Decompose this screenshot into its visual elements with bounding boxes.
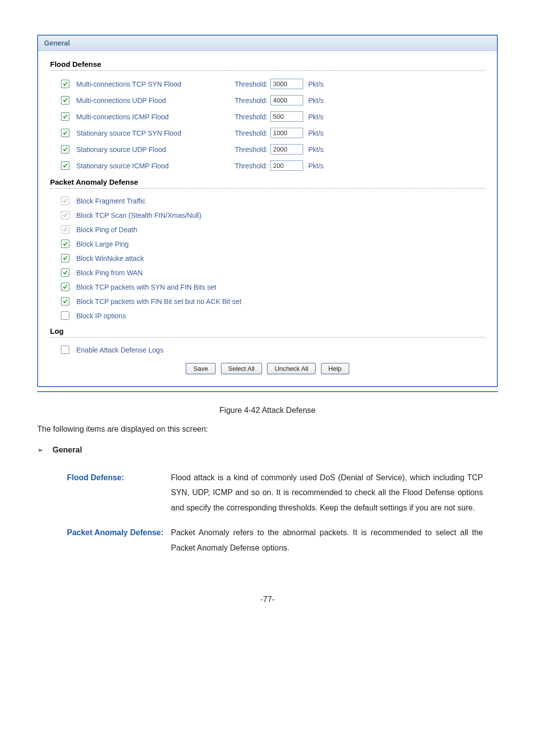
- checkbox[interactable]: [61, 297, 69, 305]
- desc-text: Flood attack is a kind of commonly used …: [171, 465, 483, 520]
- packet-label: Block TCP Scan (Stealth FIN/Xmas/Null): [76, 211, 201, 219]
- packet-label: Block TCP packets with FIN Bit set but n…: [76, 298, 241, 305]
- log-row: Enable Attack Defense Logs: [50, 343, 485, 357]
- checkbox[interactable]: [61, 311, 69, 320]
- tab-general[interactable]: General: [44, 39, 70, 47]
- threshold-input[interactable]: [270, 95, 303, 105]
- packet-anomaly-title: Packet Anomaly Defense: [50, 174, 485, 188]
- page-number: -77-: [37, 595, 498, 604]
- threshold-input[interactable]: [270, 79, 303, 89]
- packet-row: Block Fragment Traffic: [50, 194, 485, 208]
- packet-row: Block TCP packets with FIN Bit set but n…: [50, 294, 485, 308]
- packet-row: Block WinNuke attack: [50, 251, 485, 265]
- save-button[interactable]: Save: [186, 363, 215, 374]
- checkbox[interactable]: [61, 80, 69, 88]
- packet-row: Block Large Ping: [50, 237, 485, 251]
- checkbox[interactable]: [61, 283, 69, 291]
- threshold-input[interactable]: [270, 160, 303, 171]
- unit-label: Pkt/s: [308, 80, 323, 88]
- unit-label: Pkt/s: [308, 113, 323, 121]
- bullet-general: General: [53, 446, 82, 454]
- flood-row: Stationary source ICMP FloodThreshold:Pk…: [50, 157, 485, 174]
- flood-label: Multi-connections TCP SYN Flood: [76, 80, 235, 88]
- checkbox[interactable]: [61, 240, 69, 248]
- help-button[interactable]: Help: [321, 363, 349, 374]
- unit-label: Pkt/s: [308, 162, 323, 170]
- flood-row: Multi-connections UDP FloodThreshold:Pkt…: [50, 92, 485, 108]
- checkbox[interactable]: [61, 268, 69, 277]
- packet-row: Block TCP packets with SYN and FIN Bits …: [50, 280, 485, 294]
- packet-row: Block IP options: [50, 308, 485, 323]
- checkbox[interactable]: [61, 346, 69, 354]
- checkbox[interactable]: [61, 145, 69, 153]
- flood-row: Multi-connections TCP SYN FloodThreshold…: [50, 76, 485, 92]
- checkbox[interactable]: [61, 225, 69, 234]
- desc-text: Packet Anomaly refers to the abnormal pa…: [171, 520, 483, 560]
- checkbox[interactable]: [61, 112, 69, 121]
- threshold-input[interactable]: [270, 111, 303, 122]
- flood-row: Multi-connections ICMP FloodThreshold:Pk…: [50, 108, 485, 125]
- flood-row: Stationary source TCP SYN FloodThreshold…: [50, 125, 485, 141]
- threshold-label: Threshold:: [235, 146, 268, 153]
- packet-label: Block Ping from WAN: [76, 269, 143, 277]
- desc-label: Packet Anomaly Defense:: [67, 520, 171, 560]
- packet-label: Block WinNuke attack: [76, 254, 144, 262]
- intro-text: The following items are displayed on thi…: [37, 425, 498, 434]
- flood-label: Stationary source TCP SYN Flood: [76, 129, 235, 137]
- description-table: Flood Defense:Flood attack is a kind of …: [67, 465, 483, 560]
- flood-label: Multi-connections UDP Flood: [76, 97, 235, 104]
- unit-label: Pkt/s: [308, 146, 323, 153]
- flood-label: Stationary source ICMP Flood: [76, 162, 235, 170]
- threshold-label: Threshold:: [235, 97, 268, 104]
- log-title: Log: [50, 323, 485, 337]
- packet-label: Block IP options: [76, 312, 126, 320]
- packet-row: Block Ping of Death: [50, 222, 485, 237]
- packet-label: Block Ping of Death: [76, 226, 137, 234]
- checkbox[interactable]: [61, 197, 69, 205]
- packet-label: Block TCP packets with SYN and FIN Bits …: [76, 283, 216, 291]
- tab-header: General: [38, 36, 497, 51]
- threshold-label: Threshold:: [235, 80, 268, 88]
- checkbox[interactable]: [61, 254, 69, 262]
- flood-defense-title: Flood Defense: [50, 56, 485, 70]
- unit-label: Pkt/s: [308, 97, 323, 104]
- checkbox[interactable]: [61, 96, 69, 104]
- desc-label: Flood Defense:: [67, 465, 171, 520]
- threshold-label: Threshold:: [235, 162, 268, 170]
- select-all-button[interactable]: Select All: [221, 363, 262, 374]
- bullet-arrow-icon: ➢: [37, 446, 44, 454]
- threshold-input[interactable]: [270, 144, 303, 154]
- threshold-label: Threshold:: [235, 129, 268, 137]
- packet-row: Block TCP Scan (Stealth FIN/Xmas/Null): [50, 208, 485, 222]
- packet-label: Block Large Ping: [76, 240, 129, 248]
- packet-label: Block Fragment Traffic: [76, 197, 146, 205]
- flood-label: Multi-connections ICMP Flood: [76, 113, 235, 121]
- flood-row: Stationary source UDP FloodThreshold:Pkt…: [50, 141, 485, 157]
- packet-row: Block Ping from WAN: [50, 265, 485, 280]
- checkbox[interactable]: [61, 129, 69, 137]
- flood-label: Stationary source UDP Flood: [76, 146, 235, 153]
- log-label: Enable Attack Defense Logs: [76, 346, 163, 354]
- checkbox[interactable]: [61, 211, 69, 219]
- unit-label: Pkt/s: [308, 129, 323, 137]
- config-panel: General Flood Defense Multi-connections …: [37, 35, 498, 387]
- uncheck-all-button[interactable]: Uncheck All: [267, 363, 316, 374]
- threshold-label: Threshold:: [235, 113, 268, 121]
- checkbox[interactable]: [61, 161, 69, 170]
- figure-caption: Figure 4-42 Attack Defense: [37, 406, 498, 415]
- threshold-input[interactable]: [270, 128, 303, 138]
